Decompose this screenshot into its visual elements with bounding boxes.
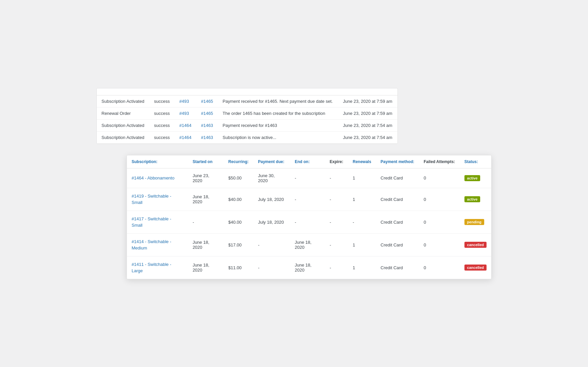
subscription-cell[interactable]: #1464 bbox=[175, 119, 197, 131]
sub-renewals-cell: 1 bbox=[348, 256, 376, 279]
sub-recurring-cell: $50.00 bbox=[224, 168, 253, 188]
subscription-cell[interactable]: #1464 bbox=[175, 131, 197, 143]
sub-status-cell: active bbox=[460, 188, 491, 211]
sub-started-cell: June 23, 2020 bbox=[188, 168, 224, 188]
description-cell: Payment received for #1463 bbox=[218, 119, 338, 131]
sub-payment-due-cell: July 18, 2020 bbox=[253, 211, 290, 233]
sub-status-cell: cancelled bbox=[460, 233, 491, 256]
date-cell: June 23, 2020 at 7:54 am bbox=[338, 119, 397, 131]
sub-status-cell: pending bbox=[460, 211, 491, 233]
subscription-link[interactable]: #1417 - Switchable - Small bbox=[132, 216, 171, 228]
order-cell[interactable]: #1465 bbox=[196, 107, 218, 119]
sub-payment-method-cell: Credit Card bbox=[376, 256, 419, 279]
activity-cell: Renewal Order bbox=[97, 107, 149, 119]
sub-payment-method-cell: Credit Card bbox=[376, 188, 419, 211]
sub-end-on-cell: June 18, 2020 bbox=[290, 256, 325, 279]
sub-payment-method-cell: Credit Card bbox=[376, 211, 419, 233]
activity-cell: Subscription Activated bbox=[97, 131, 149, 143]
sub-expire-cell: - bbox=[325, 233, 348, 256]
sub-col-header: Started on bbox=[188, 155, 224, 168]
subscriptions-table: Subscription:Started onRecurring:Payment… bbox=[127, 155, 491, 279]
date-cell: June 23, 2020 at 7:59 am bbox=[338, 107, 397, 119]
sub-failed-attempts-cell: 0 bbox=[419, 211, 460, 233]
sub-recurring-cell: $40.00 bbox=[224, 211, 253, 233]
subscription-row: #1419 - Switchable - Small June 18, 2020… bbox=[127, 188, 491, 211]
order-cell[interactable]: #1463 bbox=[196, 131, 218, 143]
sub-status-cell: cancelled bbox=[460, 256, 491, 279]
sub-col-header: End on: bbox=[290, 155, 325, 168]
sub-started-cell: - bbox=[188, 211, 224, 233]
sub-col-header: Payment due: bbox=[253, 155, 290, 168]
sub-subscription-cell[interactable]: #1414 - Switchable - Medium bbox=[127, 233, 188, 256]
page-wrapper: Subscription Activated success #493 #146… bbox=[96, 88, 492, 279]
sub-col-header: Recurring: bbox=[224, 155, 253, 168]
sub-end-on-cell: June 18, 2020 bbox=[290, 233, 325, 256]
sub-end-on-cell: - bbox=[290, 168, 325, 188]
subscription-link[interactable]: #1419 - Switchable - Small bbox=[132, 194, 171, 205]
sub-subscription-cell[interactable]: #1464 - Abbonamento bbox=[127, 168, 188, 188]
order-cell[interactable]: #1463 bbox=[196, 119, 218, 131]
subscription-cell[interactable]: #493 bbox=[175, 107, 197, 119]
sub-subscription-cell[interactable]: #1417 - Switchable - Small bbox=[127, 211, 188, 233]
sub-expire-cell: - bbox=[325, 168, 348, 188]
description-cell: Payment received for #1465. Next payment… bbox=[218, 95, 338, 107]
sub-started-cell: June 18, 2020 bbox=[188, 188, 224, 211]
subscriptions-table-wrapper: Subscription:Started onRecurring:Payment… bbox=[127, 155, 492, 279]
activity-row: Subscription Activated success #493 #146… bbox=[97, 95, 397, 107]
subscription-row: #1411 - Switchable - Large June 18, 2020… bbox=[127, 256, 491, 279]
activity-cell: Subscription Activated bbox=[97, 119, 149, 131]
sub-payment-due-cell: June 30, 2020 bbox=[253, 168, 290, 188]
description-cell: Subscription is now active... bbox=[218, 131, 338, 143]
sub-payment-method-cell: Credit Card bbox=[376, 168, 419, 188]
sub-failed-attempts-cell: 0 bbox=[419, 233, 460, 256]
date-cell: June 23, 2020 at 7:54 am bbox=[338, 131, 397, 143]
sub-recurring-cell: $40.00 bbox=[224, 188, 253, 211]
subscription-cell[interactable]: #493 bbox=[175, 95, 197, 107]
sub-recurring-cell: $11.00 bbox=[224, 256, 253, 279]
subscription-link[interactable]: #1464 - Abbonamento bbox=[132, 175, 174, 180]
sub-col-header: Status: bbox=[460, 155, 491, 168]
sub-payment-due-cell: - bbox=[253, 256, 290, 279]
subscription-row: #1414 - Switchable - Medium June 18, 202… bbox=[127, 233, 491, 256]
sub-end-on-cell: - bbox=[290, 188, 325, 211]
status-cell: success bbox=[149, 131, 175, 143]
sub-failed-attempts-cell: 0 bbox=[419, 256, 460, 279]
activity-cell: Subscription Activated bbox=[97, 95, 149, 107]
sub-col-header: Failed Attempts: bbox=[419, 155, 460, 168]
sub-subscription-cell[interactable]: #1411 - Switchable - Large bbox=[127, 256, 188, 279]
activity-row: Subscription Activated success #1464 #14… bbox=[97, 131, 397, 143]
sub-failed-attempts-cell: 0 bbox=[419, 188, 460, 211]
sub-col-header: Expire: bbox=[325, 155, 348, 168]
col-status bbox=[149, 88, 175, 95]
col-order bbox=[196, 88, 218, 95]
col-date bbox=[338, 88, 397, 95]
sub-failed-attempts-cell: 0 bbox=[419, 168, 460, 188]
description-cell: The order 1465 has been created for the … bbox=[218, 107, 338, 119]
sub-expire-cell: - bbox=[325, 211, 348, 233]
sub-renewals-cell: - bbox=[348, 211, 376, 233]
sub-payment-method-cell: Credit Card bbox=[376, 233, 419, 256]
status-badge: cancelled bbox=[464, 242, 487, 248]
sub-status-cell: active bbox=[460, 168, 491, 188]
subscription-row: #1464 - Abbonamento June 23, 2020 $50.00… bbox=[127, 168, 491, 188]
activity-row: Renewal Order success #493 #1465 The ord… bbox=[97, 107, 397, 119]
subscription-link[interactable]: #1411 - Switchable - Large bbox=[132, 262, 171, 274]
sub-started-cell: June 18, 2020 bbox=[188, 233, 224, 256]
sub-expire-cell: - bbox=[325, 188, 348, 211]
status-cell: success bbox=[149, 119, 175, 131]
sub-col-header: Subscription: bbox=[127, 155, 188, 168]
col-subscription bbox=[175, 88, 197, 95]
date-cell: June 23, 2020 at 7:59 am bbox=[338, 95, 397, 107]
activity-row: Subscription Activated success #1464 #14… bbox=[97, 119, 397, 131]
status-badge: cancelled bbox=[464, 265, 487, 271]
activity-table-wrapper: Subscription Activated success #493 #146… bbox=[96, 88, 398, 144]
sub-subscription-cell[interactable]: #1419 - Switchable - Small bbox=[127, 188, 188, 211]
sub-recurring-cell: $17.00 bbox=[224, 233, 253, 256]
order-cell[interactable]: #1465 bbox=[196, 95, 218, 107]
activity-table: Subscription Activated success #493 #146… bbox=[97, 88, 397, 144]
sub-started-cell: June 18, 2020 bbox=[188, 256, 224, 279]
subscription-link[interactable]: #1414 - Switchable - Medium bbox=[132, 239, 171, 251]
sub-col-header: Renewals bbox=[348, 155, 376, 168]
sub-end-on-cell: - bbox=[290, 211, 325, 233]
subscription-row: #1417 - Switchable - Small - $40.00 July… bbox=[127, 211, 491, 233]
